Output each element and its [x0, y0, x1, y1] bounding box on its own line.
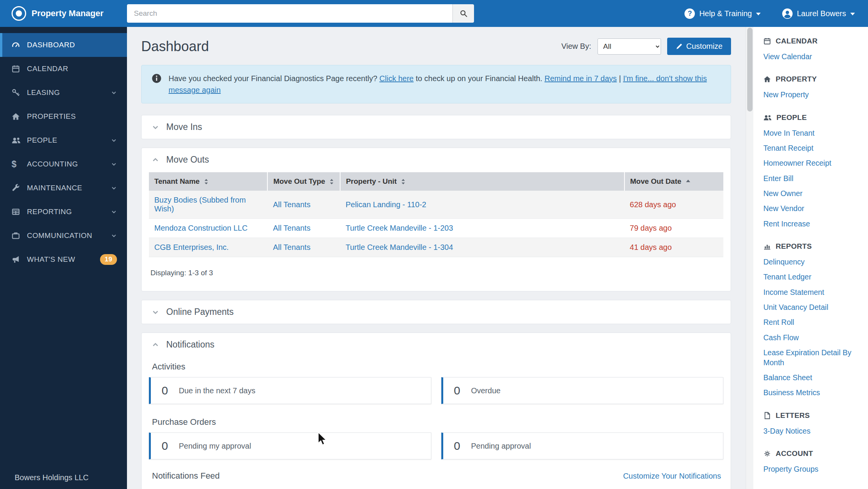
stat-card-pending-my-approval[interactable]: 0 Pending my approval — [149, 432, 431, 459]
chevron-down-icon — [111, 185, 117, 191]
chart-icon — [763, 243, 771, 250]
move-out-date: 628 days ago — [624, 191, 723, 219]
move-out-type-link[interactable]: All Tenants — [273, 200, 310, 209]
move-out-date: 79 days ago — [624, 219, 723, 238]
sidebar-item-communication[interactable]: COMMUNICATION — [0, 224, 127, 248]
view-by-select[interactable]: All — [598, 38, 661, 55]
purchase-orders-heading: Purchase Orders — [152, 417, 723, 427]
quick-links-sidebar: CALENDAR View Calendar PROPERTY New Prop… — [753, 27, 868, 489]
sidebar-item-leasing[interactable]: LEASING — [0, 81, 127, 105]
home-icon — [763, 75, 771, 83]
sidebar: DASHBOARD CALENDAR LEASING PROPERTIES PE… — [0, 27, 127, 489]
chevron-down-icon — [152, 308, 159, 316]
sort-header-tenant-name[interactable]: Tenant Name — [149, 172, 267, 191]
table-icon — [12, 208, 22, 216]
link-new-owner[interactable]: New Owner — [763, 186, 861, 201]
panel-title: Online Payments — [166, 307, 234, 317]
sidebar-item-calendar[interactable]: CALENDAR — [0, 57, 127, 81]
move-outs-header[interactable]: Move Outs — [142, 148, 731, 171]
sort-header-property-unit[interactable]: Property - Unit — [340, 172, 624, 191]
move-ins-header[interactable]: Move Ins — [142, 115, 731, 139]
link-business-metrics[interactable]: Business Metrics — [763, 385, 861, 400]
link-lease-expiration-detail[interactable]: Lease Expiration Detail By Month — [763, 345, 861, 370]
company-name: Bowers Holdings LLC — [15, 473, 88, 482]
move-out-type-link[interactable]: All Tenants — [273, 243, 310, 251]
sidebar-item-accounting[interactable]: $ ACCOUNTING — [0, 152, 127, 176]
sidebar-item-maintenance[interactable]: MAINTENANCE — [0, 176, 127, 200]
property-unit-link[interactable]: Turtle Creek Mandeville - 1-304 — [346, 243, 453, 251]
table-row: Buzy Bodies (Subbed from Wish) All Tenan… — [149, 191, 723, 219]
sidebar-item-people[interactable]: PEOPLE — [0, 128, 127, 152]
link-3-day-notices[interactable]: 3-Day Notices — [763, 424, 861, 439]
notifications-header[interactable]: Notifications — [142, 333, 731, 356]
link-tenant-receipt[interactable]: Tenant Receipt — [763, 141, 861, 156]
sort-header-move-out-type[interactable]: Move Out Type — [267, 172, 340, 191]
stat-card-overdue[interactable]: 0 Overdue — [441, 377, 724, 404]
sidebar-item-dashboard[interactable]: DASHBOARD — [0, 33, 127, 57]
home-icon — [12, 112, 22, 121]
link-enter-bill[interactable]: Enter Bill — [763, 171, 861, 186]
help-training-menu[interactable]: ? Help & Training — [684, 8, 761, 19]
link-tenant-ledger[interactable]: Tenant Ledger — [763, 269, 861, 284]
online-payments-header[interactable]: Online Payments — [142, 300, 731, 324]
link-new-vendor[interactable]: New Vendor — [763, 201, 861, 216]
link-income-statement[interactable]: Income Statement — [763, 285, 861, 300]
financial-diagnostics-alert: Have you checked your Financial Diagnost… — [141, 65, 731, 103]
property-unit-link[interactable]: Pelican Landing - 110-2 — [346, 200, 426, 209]
search-input[interactable] — [127, 4, 452, 23]
move-ins-panel: Move Ins — [141, 115, 731, 139]
sort-icon — [204, 178, 209, 185]
user-menu[interactable]: Laurel Bowers — [782, 8, 855, 19]
section-people: PEOPLE Move In Tenant Tenant Receipt Hom… — [763, 113, 861, 231]
remind-me-link[interactable]: Remind me in 7 days — [544, 74, 617, 83]
search-button[interactable] — [452, 4, 474, 23]
move-out-type-link[interactable]: All Tenants — [273, 224, 310, 232]
link-unit-vacancy-detail[interactable]: Unit Vacancy Detail — [763, 300, 861, 315]
link-new-property[interactable]: New Property — [763, 87, 861, 102]
wrench-icon — [12, 184, 22, 192]
link-move-in-tenant[interactable]: Move In Tenant — [763, 126, 861, 141]
sidebar-item-label: WHAT'S NEW — [27, 255, 75, 264]
search-bar — [127, 4, 474, 23]
scrollbar-thumb[interactable] — [747, 28, 753, 111]
sidebar-item-whats-new[interactable]: WHAT'S NEW 19 — [0, 248, 127, 271]
page-header-controls: View By: All Customize — [561, 38, 731, 55]
chevron-down-icon — [111, 137, 117, 143]
chevron-down-icon — [111, 209, 117, 215]
link-balance-sheet[interactable]: Balance Sheet — [763, 370, 861, 385]
link-delinquency[interactable]: Delinquency — [763, 254, 861, 269]
sidebar-item-properties[interactable]: PROPERTIES — [0, 105, 127, 128]
stat-card-pending-approval[interactable]: 0 Pending approval — [441, 432, 724, 459]
move-outs-table: Tenant Name Move Out Type Property - Uni… — [149, 172, 723, 257]
tenant-link[interactable]: Mendoza Construction LLC — [154, 224, 247, 232]
link-view-calendar[interactable]: View Calendar — [763, 49, 861, 64]
click-here-link[interactable]: Click here — [379, 74, 414, 83]
section-reports: REPORTS Delinquency Tenant Ledger Income… — [763, 242, 861, 400]
customize-button[interactable]: Customize — [667, 38, 731, 55]
section-header: CALENDAR — [763, 37, 861, 45]
chevron-up-icon — [152, 156, 159, 164]
chevron-down-icon — [111, 233, 117, 239]
page-header: Dashboard View By: All Customize — [141, 38, 731, 55]
stat-card-due-7-days[interactable]: 0 Due in the next 7 days — [149, 377, 431, 404]
purchase-orders-cards: 0 Pending my approval 0 Pending approval — [149, 432, 723, 459]
property-unit-link[interactable]: Turtle Creek Mandeville - 1-203 — [346, 224, 453, 232]
sort-header-move-out-date[interactable]: Move Out Date — [624, 172, 723, 191]
link-rent-increase[interactable]: Rent Increase — [763, 216, 861, 231]
tenant-link[interactable]: Buzy Bodies (Subbed from Wish) — [154, 196, 246, 213]
link-cash-flow[interactable]: Cash Flow — [763, 330, 861, 345]
view-by-label: View By: — [561, 42, 591, 51]
link-homeowner-receipt[interactable]: Homeowner Receipt — [763, 156, 861, 171]
link-property-groups[interactable]: Property Groups — [763, 462, 861, 477]
sidebar-item-reporting[interactable]: REPORTING — [0, 200, 127, 224]
customize-notifications-link[interactable]: Customize Your Notifications — [623, 472, 721, 481]
main-scrollbar-track[interactable] — [746, 27, 753, 489]
calendar-icon — [763, 37, 771, 45]
sidebar-item-label: PEOPLE — [27, 136, 57, 145]
table-row: Mendoza Construction LLC All Tenants Tur… — [149, 219, 723, 238]
activities-heading: Activities — [152, 362, 723, 372]
briefcase-icon — [12, 231, 22, 240]
link-rent-roll[interactable]: Rent Roll — [763, 315, 861, 330]
section-header: PROPERTY — [763, 75, 861, 83]
tenant-link[interactable]: CGB Enterprises, Inc. — [154, 243, 229, 251]
